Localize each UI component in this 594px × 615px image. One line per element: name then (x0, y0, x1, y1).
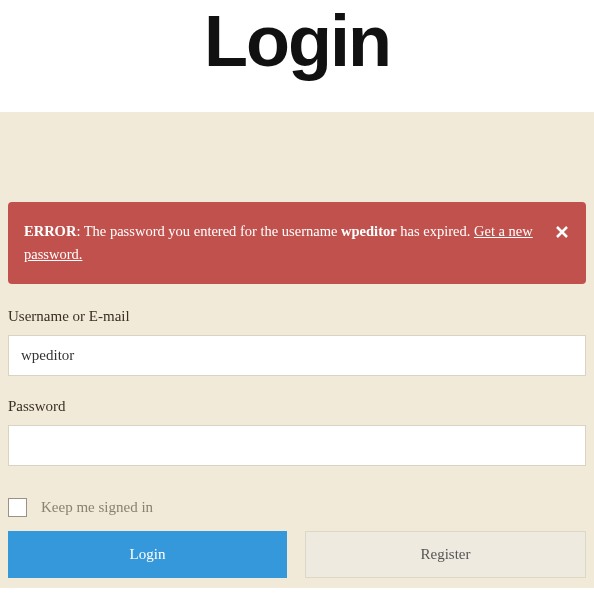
keep-signed-in-row: Keep me signed in (8, 498, 586, 517)
page-title: Login (0, 0, 594, 112)
error-after: has expired. (397, 223, 474, 239)
error-prefix: ERROR (24, 223, 76, 239)
username-label: Username or E-mail (8, 308, 586, 325)
password-input[interactable] (8, 425, 586, 466)
keep-signed-in-checkbox[interactable] (8, 498, 27, 517)
register-button[interactable]: Register (305, 531, 586, 578)
error-username: wpeditor (341, 223, 397, 239)
login-button[interactable]: Login (8, 531, 287, 578)
error-message: ERROR: The password you entered for the … (8, 202, 586, 284)
close-icon[interactable] (552, 222, 572, 242)
login-panel: ERROR: The password you entered for the … (0, 112, 594, 588)
username-input[interactable] (8, 335, 586, 376)
error-before: : The password you entered for the usern… (76, 223, 341, 239)
button-row: Login Register (8, 531, 586, 578)
keep-signed-in-label: Keep me signed in (41, 499, 153, 516)
password-label: Password (8, 398, 586, 415)
error-text: ERROR: The password you entered for the … (24, 223, 533, 262)
